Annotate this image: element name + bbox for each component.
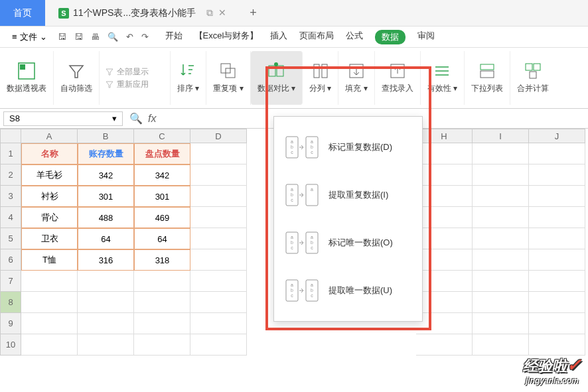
cell[interactable] (416, 143, 473, 164)
cell[interactable] (78, 271, 134, 292)
mark-unique-item[interactable]: abcabc 标记唯一数据(O) (274, 219, 422, 267)
cell[interactable] (21, 313, 78, 334)
cell[interactable]: 64 (134, 228, 190, 249)
cell[interactable] (416, 207, 473, 228)
cell[interactable]: 301 (78, 186, 134, 207)
row-header[interactable]: 4 (0, 207, 21, 228)
search-icon[interactable]: 🔍 (129, 112, 143, 125)
pivot-table-button[interactable]: 数据透视表 (0, 51, 54, 105)
cell[interactable] (473, 292, 529, 313)
cell[interactable] (190, 228, 247, 249)
col-header-h[interactable]: H (416, 129, 473, 143)
table-header[interactable]: 账存数量 (78, 143, 134, 164)
row-header[interactable]: 10 (0, 334, 21, 356)
cell[interactable] (21, 271, 78, 292)
window-popup-icon[interactable]: ⧉ (206, 7, 213, 19)
new-tab-button[interactable]: + (250, 6, 257, 20)
cell[interactable] (529, 207, 585, 228)
tab-layout[interactable]: 页面布局 (299, 30, 334, 44)
cell[interactable]: 衬衫 (21, 186, 78, 207)
cell[interactable] (529, 271, 585, 292)
cell[interactable] (190, 271, 247, 292)
row-header[interactable]: 5 (0, 228, 21, 249)
cell[interactable]: 316 (78, 249, 134, 271)
document-tab[interactable]: S 11个WPS表...变身表格小能手 ⧉ ✕ (45, 0, 240, 26)
print-icon[interactable]: 🖶 (91, 32, 100, 42)
col-header-b[interactable]: B (78, 129, 134, 143)
cell[interactable] (529, 334, 585, 356)
row-header[interactable]: 1 (0, 143, 21, 164)
close-tab-icon[interactable]: ✕ (218, 7, 226, 19)
cell[interactable] (473, 143, 529, 164)
extract-unique-item[interactable]: abcabc 提取唯一数据(U) (274, 267, 422, 314)
tab-insert[interactable]: 插入 (270, 30, 287, 44)
cell[interactable] (473, 228, 529, 249)
cell[interactable] (529, 313, 585, 334)
cell[interactable]: T恤 (21, 249, 78, 271)
extract-duplicate-item[interactable]: abca 提取重复数据(I) (274, 171, 422, 219)
cell[interactable] (416, 313, 473, 334)
cell[interactable] (416, 271, 473, 292)
cell[interactable] (190, 143, 247, 164)
cell[interactable]: 318 (134, 249, 190, 271)
cell[interactable] (190, 207, 247, 228)
fill-button[interactable]: 填充 ▾ (338, 51, 374, 105)
cell[interactable] (190, 186, 247, 207)
cell[interactable] (134, 292, 190, 313)
cell[interactable] (134, 334, 190, 356)
cell[interactable] (416, 249, 473, 271)
cell[interactable] (416, 228, 473, 249)
save-as-icon[interactable]: 🖫 (74, 32, 83, 42)
col-header-c[interactable]: C (134, 129, 190, 143)
cell[interactable] (190, 313, 247, 334)
autofilter-button[interactable]: 自动筛选 (54, 51, 100, 105)
consolidate-button[interactable]: 合并计算 (510, 51, 555, 105)
cell[interactable] (473, 164, 529, 186)
cell[interactable]: 羊毛衫 (21, 164, 78, 186)
cell[interactable] (78, 313, 134, 334)
cell[interactable] (473, 207, 529, 228)
save-icon[interactable]: 🖫 (58, 32, 66, 42)
cell[interactable] (78, 334, 134, 356)
cell[interactable] (416, 186, 473, 207)
validity-button[interactable]: 有效性 ▾ (421, 51, 465, 105)
cell[interactable] (473, 186, 529, 207)
cell[interactable]: 488 (78, 207, 134, 228)
cell[interactable] (529, 228, 585, 249)
cell[interactable] (416, 334, 473, 356)
cell[interactable] (21, 292, 78, 313)
table-header[interactable]: 盘点数量 (134, 143, 190, 164)
cell[interactable] (473, 313, 529, 334)
cell[interactable] (190, 292, 247, 313)
cell[interactable] (21, 334, 78, 356)
cell[interactable] (190, 164, 247, 186)
cell[interactable] (78, 292, 134, 313)
cell[interactable]: 301 (134, 186, 190, 207)
table-header[interactable]: 名称 (21, 143, 78, 164)
tab-review[interactable]: 审阅 (417, 30, 435, 44)
col-header-i[interactable]: I (473, 129, 529, 143)
cell[interactable] (190, 249, 247, 271)
cell[interactable]: 背心 (21, 207, 78, 228)
sort-button[interactable]: 排序 ▾ (171, 51, 206, 105)
file-menu[interactable]: ≡ 文件 ⌄ (7, 30, 52, 44)
col-header-a[interactable]: A (21, 129, 78, 143)
cell[interactable] (529, 292, 585, 313)
cell[interactable] (416, 164, 473, 186)
home-tab[interactable]: 首页 (0, 0, 45, 26)
tab-formula[interactable]: 公式 (346, 30, 363, 44)
data-compare-button[interactable]: 数据对比 ▾ (251, 51, 303, 105)
cell[interactable]: 342 (134, 164, 190, 186)
name-box[interactable]: S8 ▾ (3, 111, 123, 126)
tab-excel-finance[interactable]: 【Excel与财务】 (194, 30, 259, 44)
col-header-j[interactable]: J (529, 129, 585, 143)
cell[interactable] (529, 186, 585, 207)
reapply-button[interactable]: 重新应用 (105, 79, 165, 90)
cell[interactable] (529, 249, 585, 271)
cell[interactable]: 64 (78, 228, 134, 249)
row-header[interactable]: 7 (0, 271, 21, 292)
cell[interactable]: 469 (134, 207, 190, 228)
row-header[interactable]: 2 (0, 164, 21, 186)
cell[interactable] (134, 271, 190, 292)
cell[interactable]: 卫衣 (21, 228, 78, 249)
